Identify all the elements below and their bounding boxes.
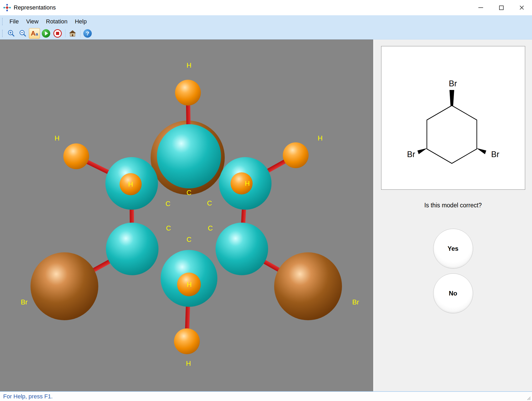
- side-panel: Br Br Br Is this model correct? Yes No: [373, 39, 532, 391]
- viewport-3d[interactable]: HHHHHCCCCCCHBrBrH: [0, 39, 373, 391]
- toolbar: Aa ?: [0, 28, 532, 39]
- atom-c: [106, 223, 158, 275]
- atom-h: [174, 328, 200, 354]
- atom-label-c: C: [166, 224, 171, 232]
- home-icon: [68, 29, 77, 38]
- menu-bar: File View Rotation Help: [0, 15, 532, 28]
- main-area: HHHHHCCCCCCHBrBrH Br Br Br Is this model…: [0, 39, 532, 391]
- atom-label-h: H: [55, 134, 60, 142]
- play-button[interactable]: [40, 28, 52, 39]
- zoom-in-icon: [7, 29, 16, 38]
- zoom-out-icon: [19, 29, 27, 38]
- no-button[interactable]: No: [433, 273, 473, 313]
- wedge-bond-top: [449, 90, 454, 106]
- zoom-in-button[interactable]: [6, 28, 17, 39]
- structure-label-br-top: Br: [449, 79, 457, 88]
- toolbar-separator: [65, 29, 65, 37]
- home-button[interactable]: [67, 28, 78, 39]
- atom-label-c: C: [166, 200, 171, 208]
- status-text: For Help, press F1.: [3, 393, 53, 400]
- structure-label-br-right: Br: [491, 150, 499, 159]
- atom-label-h: H: [187, 61, 192, 69]
- atom-label-h: H: [245, 179, 250, 188]
- atom-label-h: H: [128, 180, 133, 188]
- stop-icon: [53, 29, 62, 38]
- minimize-button[interactable]: [470, 0, 491, 15]
- maximize-button[interactable]: [491, 0, 511, 15]
- status-bar: For Help, press F1.: [0, 391, 532, 401]
- atom-label-c: C: [187, 235, 192, 244]
- window-title: Representations: [14, 4, 56, 11]
- toolbar-separator: [80, 29, 80, 37]
- atom-label-h: H: [186, 359, 191, 368]
- atom-label-br: Br: [21, 298, 28, 306]
- atom-label-c: C: [187, 189, 192, 197]
- atom-h: [283, 142, 309, 168]
- labels-icon: Aa: [31, 30, 38, 37]
- skeletal-structure: Br Br Br: [381, 46, 525, 189]
- labels-toggle-button[interactable]: Aa: [29, 28, 40, 39]
- resize-grip[interactable]: [526, 395, 531, 401]
- close-icon: [519, 5, 525, 11]
- menu-view[interactable]: View: [22, 17, 42, 27]
- stop-button[interactable]: [52, 28, 63, 39]
- atom-br: [30, 252, 98, 320]
- wedge-bond-left: [417, 148, 427, 154]
- app-window: Representations File View Rotation Help: [0, 0, 532, 401]
- play-icon: [42, 29, 50, 38]
- question-text: Is this model correct?: [424, 202, 482, 209]
- help-icon: ?: [83, 29, 92, 38]
- atom-label-h: H: [187, 280, 192, 289]
- yes-button[interactable]: Yes: [433, 229, 473, 269]
- zoom-out-button[interactable]: [17, 28, 28, 39]
- atom-h: [63, 143, 89, 169]
- structure-label-br-left: Br: [407, 150, 415, 159]
- app-icon: [3, 4, 11, 12]
- menu-file[interactable]: File: [6, 17, 22, 27]
- title-bar: Representations: [0, 0, 532, 15]
- structure-2d: Br Br Br: [381, 46, 525, 190]
- atom-label-c: C: [208, 224, 213, 232]
- toolbar-gripper: [2, 30, 4, 37]
- help-button[interactable]: ?: [82, 28, 93, 39]
- atom-br: [274, 252, 342, 320]
- close-button[interactable]: [511, 0, 532, 15]
- minimize-icon: [478, 7, 483, 8]
- menubar-gripper: [2, 18, 4, 25]
- atom-h: [175, 80, 201, 106]
- atom-c: [157, 124, 221, 188]
- window-controls: [470, 0, 532, 15]
- atom-c: [216, 223, 268, 275]
- menu-rotation[interactable]: Rotation: [42, 17, 71, 27]
- atom-label-c: C: [207, 199, 212, 207]
- wedge-bond-right: [477, 148, 486, 154]
- atom-label-br: Br: [352, 298, 359, 306]
- maximize-icon: [499, 6, 504, 10]
- menu-help[interactable]: Help: [71, 17, 90, 27]
- atom-label-h: H: [318, 134, 323, 142]
